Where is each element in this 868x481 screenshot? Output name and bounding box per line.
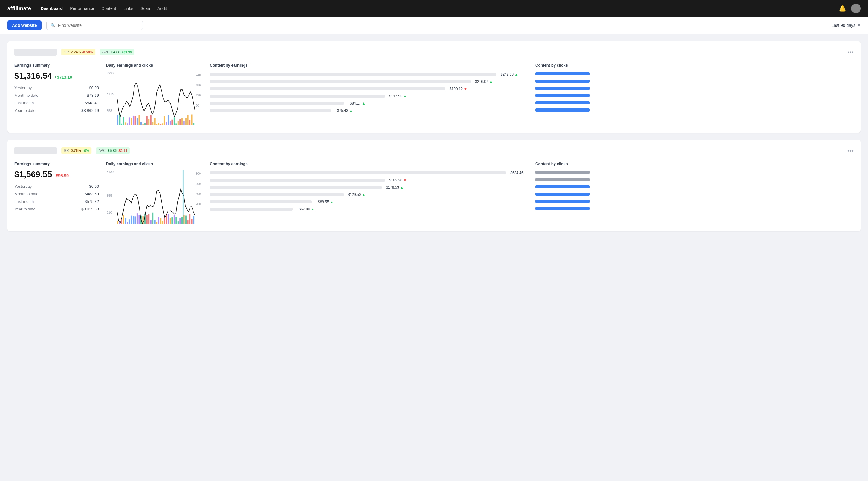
nav-audit[interactable]: Audit bbox=[157, 6, 167, 11]
earnings-title: Earnings summary bbox=[14, 162, 99, 166]
earnings-row-value: $0.00 bbox=[89, 86, 99, 90]
earnings-row-label: Last month bbox=[14, 199, 34, 204]
svg-rect-21 bbox=[144, 123, 146, 125]
svg-rect-39 bbox=[179, 119, 181, 125]
svg-rect-46 bbox=[193, 123, 195, 125]
content-earnings-row: $67.30 ▲ bbox=[210, 207, 528, 211]
earnings-row-value: $575.32 bbox=[85, 199, 99, 204]
svg-rect-22 bbox=[146, 116, 148, 125]
nav-scan[interactable]: Scan bbox=[141, 6, 150, 11]
content-earnings-value: $182.20 ▼ bbox=[387, 178, 407, 182]
svg-rect-33 bbox=[167, 115, 169, 125]
svg-text:$220: $220 bbox=[107, 72, 114, 75]
content-bar bbox=[210, 109, 331, 112]
svg-rect-31 bbox=[164, 116, 165, 125]
svg-rect-85 bbox=[178, 221, 179, 224]
nav-links: Dashboard Performance Content Links Scan… bbox=[41, 6, 839, 11]
chart-area: $220$118$58 24018012060 bbox=[106, 71, 203, 125]
svg-rect-64 bbox=[136, 213, 138, 224]
date-filter[interactable]: Last 90 days ▼ bbox=[832, 23, 861, 28]
earnings-summary-row: Year to date $3,862.69 bbox=[14, 108, 99, 113]
avc-label: AVC bbox=[98, 149, 106, 153]
nav-content[interactable]: Content bbox=[101, 6, 116, 11]
svg-rect-58 bbox=[125, 218, 126, 224]
svg-rect-69 bbox=[146, 216, 148, 224]
svg-rect-36 bbox=[174, 117, 175, 125]
svg-rect-71 bbox=[150, 220, 152, 224]
content-earnings-value: $242.38 ▲ bbox=[498, 72, 518, 76]
card-logo bbox=[14, 147, 57, 154]
earnings-summary-row: Month to date $78.69 bbox=[14, 93, 99, 98]
clicks-bar bbox=[535, 108, 590, 111]
svg-rect-60 bbox=[129, 219, 130, 224]
svg-rect-32 bbox=[166, 122, 167, 125]
earnings-summary-row: Last month $548.41 bbox=[14, 101, 99, 105]
sr-change: -0.58% bbox=[82, 50, 93, 54]
content-by-clicks: Content by clicks bbox=[535, 63, 854, 125]
content-earnings-row: $178.53 ▲ bbox=[210, 185, 528, 190]
svg-rect-57 bbox=[123, 215, 124, 224]
earnings-row-label: Year to date bbox=[14, 207, 36, 211]
svg-rect-61 bbox=[131, 216, 132, 224]
earnings-rows: Yesterday $0.00 Month to date $78.69 Las… bbox=[14, 86, 99, 113]
nav-links-link[interactable]: Links bbox=[123, 6, 133, 11]
sr-value: 0.76% bbox=[71, 149, 81, 153]
svg-text:120: 120 bbox=[195, 94, 201, 97]
content-bar bbox=[210, 179, 385, 182]
earnings-row-label: Last month bbox=[14, 101, 34, 105]
sr-badge: SR 2.24% -0.58% bbox=[61, 49, 95, 56]
svg-text:$58: $58 bbox=[107, 109, 112, 113]
content-earnings-value: $75.43 ▲ bbox=[333, 108, 352, 113]
avc-badge: AVC $5.86 -$2.11 bbox=[96, 148, 130, 154]
earnings-change: -$96.90 bbox=[55, 173, 69, 178]
earnings-summary-row: Yesterday $0.00 bbox=[14, 86, 99, 90]
nav-dashboard[interactable]: Dashboard bbox=[41, 6, 63, 11]
svg-rect-18 bbox=[138, 115, 140, 125]
content-earnings-value: $88.55 ▲ bbox=[314, 200, 334, 204]
content-clicks-row bbox=[535, 193, 854, 196]
arrow-up-icon: ▲ bbox=[489, 79, 493, 84]
more-options-button[interactable]: ••• bbox=[847, 49, 854, 56]
svg-rect-27 bbox=[156, 124, 158, 125]
avc-badge: AVC $4.88 +$1.93 bbox=[100, 49, 134, 56]
search-input[interactable] bbox=[58, 23, 139, 28]
sr-label: SR bbox=[64, 149, 69, 153]
search-icon: 🔍 bbox=[50, 23, 56, 28]
notification-bell-icon[interactable]: 🔔 bbox=[839, 5, 846, 12]
svg-rect-59 bbox=[127, 222, 128, 224]
earnings-summary: Earnings summary $1,569.55-$96.90 Yester… bbox=[14, 162, 99, 224]
add-website-button[interactable]: Add website bbox=[7, 21, 41, 30]
svg-rect-23 bbox=[148, 119, 150, 125]
earnings-row-label: Month to date bbox=[14, 93, 38, 98]
nav-right: 🔔 bbox=[839, 4, 861, 13]
sr-change: +0% bbox=[82, 149, 89, 153]
avc-label: AVC bbox=[102, 50, 110, 54]
svg-rect-78 bbox=[164, 218, 165, 224]
arrow-down-icon: ▼ bbox=[403, 178, 407, 182]
earnings-row-value: $548.41 bbox=[85, 101, 99, 105]
content-earnings-value: $190.12 ▼ bbox=[447, 87, 467, 91]
earnings-summary-row: Year to date $9,019.33 bbox=[14, 207, 99, 211]
earnings-row-value: $0.00 bbox=[89, 184, 99, 189]
arrow-up-icon: ▲ bbox=[311, 207, 315, 211]
nav-performance[interactable]: Performance bbox=[70, 6, 94, 11]
more-options-button[interactable]: ••• bbox=[847, 148, 854, 154]
arrow-down-icon: ▼ bbox=[464, 87, 467, 91]
svg-rect-19 bbox=[141, 122, 142, 125]
svg-rect-80 bbox=[167, 214, 169, 224]
content-bar bbox=[210, 193, 344, 196]
svg-rect-77 bbox=[162, 221, 163, 224]
logo: affilimate bbox=[7, 5, 31, 12]
content-earnings-row: $190.12 ▼ bbox=[210, 87, 528, 91]
content-earnings-value: $67.30 ▲ bbox=[295, 207, 315, 211]
content-bar bbox=[210, 102, 344, 105]
earnings-row-label: Month to date bbox=[14, 192, 38, 196]
svg-rect-24 bbox=[150, 115, 152, 125]
chart-container: Daily earnings and clicks $130$55$10 800… bbox=[106, 162, 203, 224]
clicks-bar bbox=[535, 79, 590, 83]
svg-rect-72 bbox=[152, 213, 154, 224]
avatar[interactable] bbox=[851, 4, 861, 13]
svg-text:240: 240 bbox=[195, 73, 201, 77]
content-bar bbox=[210, 186, 381, 189]
earnings-summary-row: Last month $575.32 bbox=[14, 199, 99, 204]
